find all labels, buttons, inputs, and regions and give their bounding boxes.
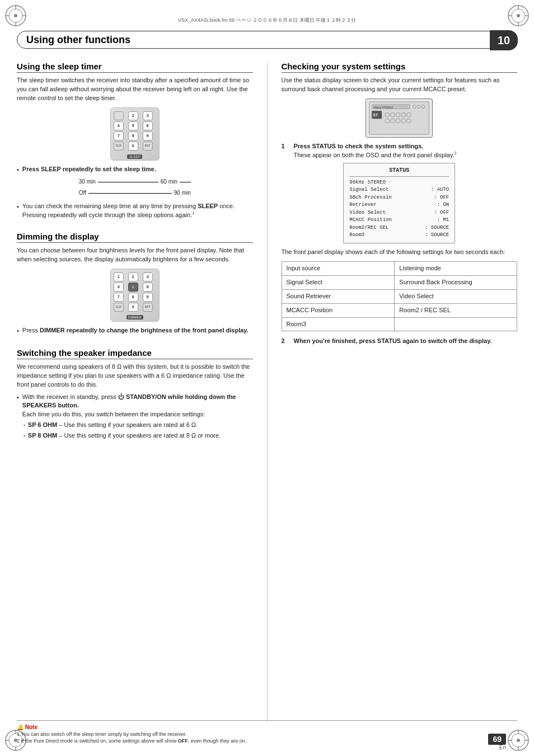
dimmer-bullet-dot: • bbox=[17, 327, 19, 336]
remote-btn-6: 6 bbox=[143, 121, 153, 130]
d-btn-7: 7 bbox=[114, 293, 124, 302]
standby-keyword: STANDBY/ON while holding down the SPEAKE… bbox=[22, 393, 236, 408]
speaker-body: We recommend using speakers of 8 Ω with … bbox=[17, 363, 253, 440]
dimming-description: You can choose between four brightness l… bbox=[17, 246, 253, 264]
status-room3-value: : SOURCE bbox=[425, 232, 449, 240]
d-btn-5: 5 bbox=[128, 283, 138, 292]
dimmer-remote-container: 1 2 3 4 5 6 7 8 9 CLR 0 bbox=[17, 269, 253, 322]
speaker-bullet-dot: • bbox=[17, 393, 19, 402]
step1-footnote-ref: 2 bbox=[455, 151, 457, 155]
status-retriever-value: : ON bbox=[437, 201, 449, 209]
dimmer-button-grid: 1 2 3 4 5 6 7 8 9 CLR 0 bbox=[111, 269, 159, 314]
sleep-90min: 90 min bbox=[174, 189, 191, 198]
sp8-bullet-dot: • bbox=[24, 433, 25, 439]
dimmer-bullet-text: Press DIMMER repeatedly to change the br… bbox=[22, 326, 253, 335]
column-divider bbox=[267, 62, 268, 722]
status-room2-value: : SOURCE bbox=[425, 224, 449, 232]
d-btn-cl: CLR bbox=[114, 303, 124, 312]
sleep-timer-description: The sleep timer switches the receiver in… bbox=[17, 76, 253, 103]
table-row-3: Sound Retriever Video Select bbox=[282, 289, 517, 303]
remote-btn-4: 4 bbox=[114, 121, 124, 130]
table-row-4: MCACC Position Room2 / REC SEL bbox=[282, 303, 517, 317]
remote-button-grid: 2 3 4 5 6 7 8 9 CLR 0 ENT bbox=[111, 108, 159, 153]
sp6-keyword: SP 6 OHM bbox=[28, 421, 57, 428]
sp8-keyword: SP 8 OHM bbox=[28, 432, 57, 439]
osd-container: 96kHz STEREO ST bbox=[282, 98, 518, 138]
status-line-7: Room2/REC SEL : SOURCE bbox=[349, 224, 449, 232]
status-line-8: Room3 : SOURCE bbox=[349, 232, 449, 240]
sp6-bullet: • SP 6 OHM – Use this setting if your sp… bbox=[24, 421, 253, 430]
svg-text:96kHz STEREO: 96kHz STEREO bbox=[374, 106, 394, 109]
osd-screen-image: 96kHz STEREO ST bbox=[366, 98, 433, 138]
remote-btn-extra: ENT bbox=[143, 142, 153, 151]
status-retriever-label: Retriever bbox=[349, 201, 377, 209]
remote-btn-5: 5 bbox=[128, 121, 138, 130]
sleep-row-2: Off 90 min bbox=[79, 189, 191, 198]
table-row-5: Room3 bbox=[282, 317, 517, 331]
step-1-number: 1 bbox=[282, 142, 289, 151]
dimming-body: You can choose between four brightness l… bbox=[17, 246, 253, 336]
status-sbch-label: SBch Processin bbox=[349, 194, 392, 202]
footnote-title: 🔔 Note bbox=[17, 724, 38, 730]
sleep-line-2 bbox=[88, 193, 172, 194]
dimming-title: Dimming the display bbox=[17, 232, 253, 243]
sleep-keyword: SLEEP bbox=[198, 203, 218, 209]
bullet-dot-2: • bbox=[17, 203, 19, 212]
status-line-3: SBch Processin : OFF bbox=[349, 194, 449, 202]
speaker-bullet-text: With the receiver in standby, press ⏻ ST… bbox=[22, 393, 253, 419]
sp8-bullet: • SP 8 OHM – Use this setting if your sp… bbox=[24, 431, 253, 440]
bullet-dot-1: • bbox=[17, 166, 19, 175]
table-cell-video-select: Video Select bbox=[395, 289, 517, 303]
step-2: 2 When you're finished, press STATUS aga… bbox=[282, 337, 518, 346]
osd-screen-svg: 96kHz STEREO ST bbox=[366, 99, 433, 137]
table-cell-room2-rec: Room2 / REC SEL bbox=[395, 303, 517, 317]
d-btn-6: 6 bbox=[143, 283, 153, 292]
sleep-timer-title: Using the sleep timer bbox=[17, 62, 253, 73]
status-sbch-value: : OFF bbox=[434, 194, 449, 202]
sleep-bullet-2-text: You can check the remaining sleep time a… bbox=[22, 202, 253, 219]
step-2-text: When you're finished, press STATUS again… bbox=[294, 337, 492, 345]
chapter-badge: 10 bbox=[490, 30, 518, 50]
sleep-footnote-ref: 1 bbox=[192, 211, 194, 215]
remote-btn-3: 3 bbox=[143, 111, 153, 120]
footnote-1: 1 You can also switch off the sleep time… bbox=[17, 731, 517, 738]
svg-point-2 bbox=[14, 14, 17, 17]
sleep-bullet-2: • You can check the remaining sleep time… bbox=[17, 202, 253, 219]
sleep-timer-section: Using the sleep timer The sleep timer sw… bbox=[17, 62, 253, 222]
filepath-text: VSX_AX4ASi.book.fm 69 ページ ２００６年６月８日 木曜日 … bbox=[178, 17, 356, 23]
sleep-30min: 30 min bbox=[79, 178, 96, 186]
between-text: The front panel display shows each of th… bbox=[282, 248, 518, 257]
table-cell-sound-retriever: Sound Retriever bbox=[282, 289, 395, 303]
table-cell-signal-select: Signal Select bbox=[282, 275, 395, 289]
table-cell-room3: Room3 bbox=[282, 317, 395, 331]
step-2-bold: When you're finished, press STATUS again… bbox=[294, 337, 492, 344]
system-settings-title: Checking your system settings bbox=[282, 62, 518, 73]
dimmer-keyword: DIMMER repeatedly to change the brightne… bbox=[40, 327, 249, 334]
sp6-text: SP 6 OHM – Use this setting if your spea… bbox=[28, 421, 198, 430]
corner-decoration-tl bbox=[4, 4, 27, 27]
sleep-bullet-1: • Press SLEEP repeatedly to set the slee… bbox=[17, 165, 253, 175]
status-display-box: STATUS 96kHz STEREO Signal Select : AUTO… bbox=[343, 163, 455, 243]
table-cell-empty bbox=[395, 317, 517, 331]
status-room2-label: Room2/REC SEL bbox=[349, 224, 388, 232]
system-settings-body: Use the status display screen to check y… bbox=[282, 76, 518, 346]
filepath-bar: VSX_AX4ASi.book.fm 69 ページ ２００６年６月８日 木曜日 … bbox=[34, 17, 500, 24]
remote-btn-7: 7 bbox=[114, 132, 124, 140]
step-2-number: 2 bbox=[282, 337, 289, 346]
d-btn-2: 2 bbox=[128, 273, 138, 281]
table-cell-mcacc-position: MCACC Position bbox=[282, 303, 395, 317]
remote-btn-8: 8 bbox=[128, 132, 138, 140]
left-column: Using the sleep timer The sleep timer sw… bbox=[17, 62, 253, 722]
status-room3-label: Room3 bbox=[349, 232, 364, 240]
status-video-label: Video Select bbox=[349, 209, 386, 217]
page-title: Using other functions bbox=[26, 34, 130, 46]
speaker-title: Switching the speaker impedance bbox=[17, 348, 253, 359]
svg-point-9 bbox=[517, 14, 520, 17]
d-btn-8: 8 bbox=[128, 293, 138, 302]
remote-btn-cl: CLR bbox=[114, 142, 124, 151]
status-line-5: Video Select : OFF bbox=[349, 209, 449, 217]
table-row-1: Input source Listening mode bbox=[282, 261, 517, 275]
sleep-off: Off bbox=[79, 189, 86, 198]
status-signal-label: Signal Select bbox=[349, 186, 388, 194]
status-line-2: Signal Select : AUTO bbox=[349, 186, 449, 194]
